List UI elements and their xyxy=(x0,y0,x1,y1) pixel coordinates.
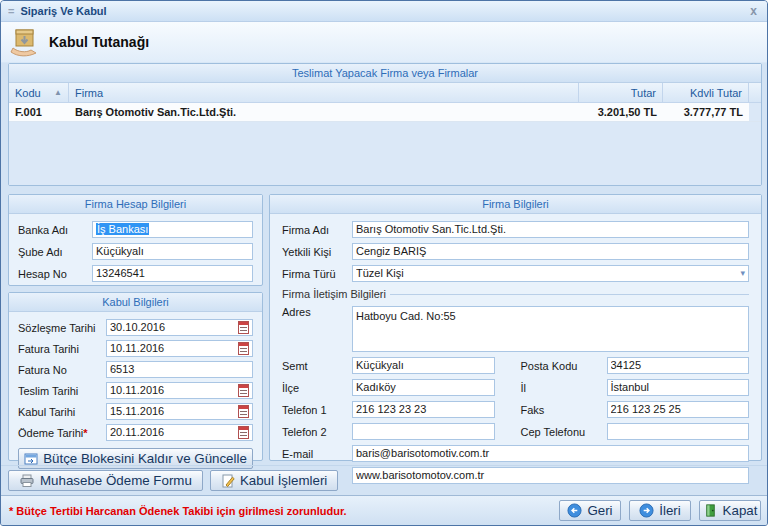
column-kdvli-tutar[interactable]: Kdvli Tutar xyxy=(663,83,749,102)
company-name-input[interactable]: Barış Otomotiv San.Tic.Ltd.Şti. xyxy=(352,221,749,238)
city-input[interactable]: İstanbul xyxy=(607,379,750,396)
chevron-down-icon[interactable]: ▾ xyxy=(740,266,745,281)
contact-info-subcaption: Firma İletişim Bilgileri xyxy=(282,287,749,301)
printer-icon xyxy=(19,474,35,488)
postal-code-label: Posta Kodu xyxy=(521,360,603,372)
column-filler xyxy=(749,83,761,102)
title-bar: = Sipariş Ve Kabul x xyxy=(1,1,767,22)
district-label: Semt xyxy=(282,360,348,372)
back-button[interactable]: Geri xyxy=(559,500,621,521)
email-label: E-mail xyxy=(282,448,348,460)
mobile-phone-label: Cep Telefonu xyxy=(521,426,603,438)
action-buttons-row: Muhasebe Ödeme Formu Kabul İşlemleri xyxy=(1,465,768,495)
fax-label: Faks xyxy=(521,404,603,416)
cell-tutar: 3.201,50 TL xyxy=(579,103,663,121)
column-firma[interactable]: Firma xyxy=(69,83,579,102)
invoice-no-label: Fatura No xyxy=(18,364,102,376)
company-type-label: Firma Türü xyxy=(282,268,348,280)
invoice-no-input[interactable]: 6513 xyxy=(106,361,253,378)
county-input[interactable]: Kadıköy xyxy=(352,379,495,396)
arrow-right-circle-icon xyxy=(639,503,654,518)
acceptance-info-caption: Kabul Bilgileri xyxy=(9,293,262,312)
budget-update-icon xyxy=(24,453,38,465)
selected-text: İş Bankası xyxy=(96,223,149,235)
firms-table-caption: Teslimat Yapacak Firma veya Firmalar xyxy=(9,64,761,83)
invoice-date-label: Fatura Tarihi xyxy=(18,343,102,355)
table-row[interactable]: F.001 Barış Otomotiv San.Tic.Ltd.Şti. 3.… xyxy=(9,103,761,122)
bank-name-input[interactable]: İş Bankası xyxy=(92,221,253,238)
calendar-icon[interactable] xyxy=(238,384,249,397)
calendar-icon[interactable] xyxy=(238,321,249,334)
edit-pencil-icon xyxy=(221,474,235,488)
required-note: * Bütçe Tertibi Harcanan Ödenek Takibi i… xyxy=(9,505,347,517)
column-kodu[interactable]: Kodu ▲ xyxy=(9,83,69,102)
package-in-hand-icon xyxy=(10,27,40,57)
address-textarea[interactable]: Hatboyu Cad. No:55 xyxy=(352,306,749,352)
payment-date-input[interactable]: 20.11.2016 xyxy=(106,424,253,441)
mobile-phone-input[interactable] xyxy=(607,423,750,440)
delivery-date-input[interactable]: 10.11.2016 xyxy=(106,382,253,399)
cell-kdvli-tutar: 3.777,77 TL xyxy=(663,103,749,121)
calendar-icon[interactable] xyxy=(238,405,249,418)
window-title: Sipariş Ve Kabul xyxy=(20,5,106,17)
contact-person-label: Yetkili Kişi xyxy=(282,246,348,258)
cell-firma: Barış Otomotiv San.Tic.Ltd.Şti. xyxy=(69,103,579,121)
acceptance-operations-button[interactable]: Kabul İşlemleri xyxy=(210,470,338,491)
city-label: İl xyxy=(521,382,603,394)
close-button[interactable]: Kapat xyxy=(699,500,761,521)
phone2-input[interactable] xyxy=(352,423,495,440)
email-input[interactable]: baris@barisotomotiv.com.tr xyxy=(352,445,749,462)
fax-input[interactable]: 216 123 25 25 xyxy=(607,401,750,418)
phone1-input[interactable]: 216 123 23 23 xyxy=(352,401,495,418)
company-name-label: Firma Adı xyxy=(282,224,348,236)
account-info-caption: Firma Hesap Bilgileri xyxy=(9,195,262,214)
contact-person-input[interactable]: Cengiz BARIŞ xyxy=(352,243,749,260)
calendar-icon[interactable] xyxy=(238,426,249,439)
close-icon[interactable]: x xyxy=(747,4,760,18)
account-info-group: Firma Hesap Bilgileri Banka Adı İş Banka… xyxy=(8,194,263,286)
window-menu-icon[interactable]: = xyxy=(8,6,14,17)
phone2-label: Telefon 2 xyxy=(282,426,348,438)
company-info-caption: Firma Bilgileri xyxy=(270,195,761,214)
arrow-left-circle-icon xyxy=(567,503,582,518)
forward-button[interactable]: İleri xyxy=(629,500,691,521)
postal-code-input[interactable]: 34125 xyxy=(607,357,750,374)
cell-kodu: F.001 xyxy=(9,103,69,121)
table-column-header: Kodu ▲ Firma Tutar Kdvli Tutar xyxy=(9,83,761,103)
account-no-label: Hesap No xyxy=(18,268,88,280)
acceptance-date-input[interactable]: 15.11.2016 xyxy=(106,403,253,420)
divider xyxy=(390,294,749,295)
firms-table-group: Teslimat Yapacak Firma veya Firmalar Kod… xyxy=(8,63,762,186)
county-label: İlçe xyxy=(282,382,348,394)
bank-name-label: Banka Adı xyxy=(18,224,88,236)
column-tutar[interactable]: Tutar xyxy=(579,83,663,102)
acceptance-date-label: Kabul Tarihi xyxy=(18,406,102,418)
invoice-date-input[interactable]: 10.11.2016 xyxy=(106,340,253,357)
contract-date-label: Sözleşme Tarihi xyxy=(18,322,102,334)
district-input[interactable]: Küçükyalı xyxy=(352,357,495,374)
acceptance-info-group: Kabul Bilgileri Sözleşme Tarihi 30.10.20… xyxy=(8,292,263,461)
delivery-date-label: Teslim Tarihi xyxy=(18,385,102,397)
page-title: Kabul Tutanağı xyxy=(49,34,149,50)
required-asterisk: * xyxy=(83,427,87,439)
contract-date-input[interactable]: 30.10.2016 xyxy=(106,319,253,336)
branch-name-input[interactable]: Küçükyalı xyxy=(92,243,253,260)
account-no-input[interactable]: 13246541 xyxy=(92,265,253,282)
branch-name-label: Şube Adı xyxy=(18,246,88,258)
calendar-icon[interactable] xyxy=(238,342,249,355)
accounting-payment-form-button[interactable]: Muhasebe Ödeme Formu xyxy=(8,470,203,491)
payment-date-label: Ödeme Tarihi* xyxy=(18,427,102,439)
company-type-select[interactable]: Tüzel Kişi▾ xyxy=(352,265,749,282)
sort-asc-icon: ▲ xyxy=(54,84,62,102)
exit-door-icon xyxy=(703,503,718,518)
address-label: Adres xyxy=(282,306,348,318)
footer-bar: * Bütçe Tertibi Harcanan Ödenek Takibi i… xyxy=(1,495,768,525)
company-info-group: Firma Bilgileri Firma Adı Barış Otomotiv… xyxy=(269,194,762,461)
page-header: Kabul Tutanağı xyxy=(1,22,767,63)
dialog-window: = Sipariş Ve Kabul x Kabul Tutanağı Tesl… xyxy=(0,0,768,526)
phone1-label: Telefon 1 xyxy=(282,404,348,416)
table-empty-area xyxy=(9,122,761,185)
